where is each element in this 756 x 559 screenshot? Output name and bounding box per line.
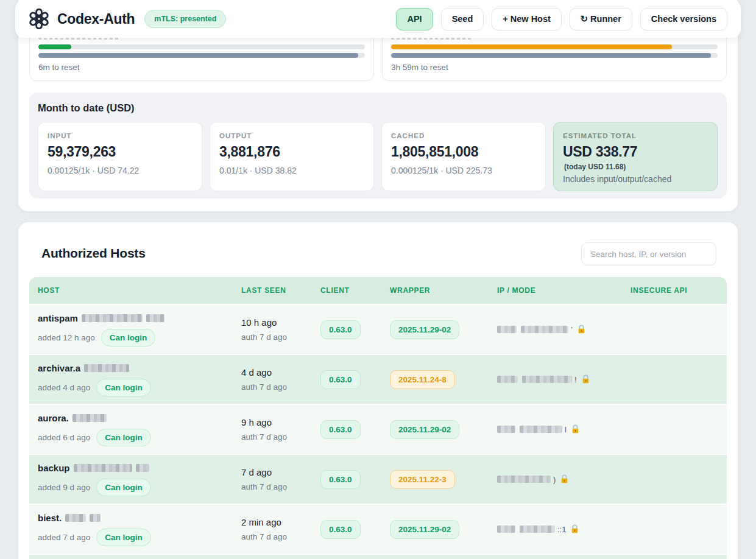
client-version-badge: 0.63.0 [320,470,361,489]
column-header-client: CLIENT [320,286,390,295]
host-cell: backupadded 9 d agoCan login [29,463,241,496]
hosts-table-header: HOSTLAST SEENCLIENTWRAPPERIP / MODEINSEC… [29,277,727,304]
stat-today-note: (today USD 11.68) [564,163,708,171]
redacted-host-segment [74,464,132,472]
usage-progress-track [38,44,365,49]
usage-secondary-fill [391,53,711,58]
table-row[interactable]: aurora.added 6 d agoCan login9 h agoauth… [29,405,727,454]
host-name: backup [38,463,241,473]
host-added-label: added 4 d ago [38,383,90,392]
host-added-label: added 12 h ago [38,333,95,342]
table-row[interactable]: archivar.aadded 4 d agoCan login4 d agoa… [29,355,727,404]
hosts-table: HOSTLAST SEENCLIENTWRAPPERIP / MODEINSEC… [29,277,727,559]
stat-subtext: 0.01/1k · USD 38.82 [219,166,364,175]
lock-icon [581,374,590,385]
stat-subtext: Includes input/output/cached [563,174,708,184]
header-button-api[interactable]: API [396,8,433,30]
refresh-icon: ↻ [581,14,590,24]
mtls-status-badge: mTLS: presented [144,10,226,28]
stat-value: 1,805,851,008 [391,144,536,160]
wrapper-cell: 2025.11.29-02 [390,320,497,339]
redacted-host-segment [65,514,86,522]
client-cell: 0.63.0 [320,520,390,539]
can-login-badge: Can login [96,529,151,546]
authorized-hosts-title: Authorized Hosts [41,246,146,261]
lock-icon [560,474,569,485]
stat-card-estimated-total: ESTIMATED TOTALUSD 338.77(today USD 11.6… [553,122,718,191]
wrapper-version-badge: 2025.11.24-8 [390,370,455,389]
header-button-check-versions[interactable]: Check versions [640,8,727,30]
openai-logo-icon [29,9,49,29]
redacted-host-segment [84,364,129,372]
ip-mode-cell: ) [497,474,631,485]
lock-icon [570,524,579,535]
host-added-label: added 7 d ago [38,533,90,542]
app-title: Codex-Auth [57,11,135,27]
redacted-host-segment [146,314,164,322]
host-name-prefix: aurora. [38,413,69,423]
table-row[interactable] [29,555,727,559]
can-login-badge: Can login [101,329,156,346]
stat-subtext: 0.000125/1k · USD 225.73 [391,166,536,175]
can-login-badge: Can login [96,479,151,496]
client-cell: 0.63.0 [320,320,390,339]
ip-trail-text: ) [553,475,556,484]
host-meta: added 4 d agoCan login [38,379,241,396]
header-button-seed[interactable]: Seed [441,8,484,30]
header-button-new-host[interactable]: + New Host [492,8,562,30]
last-seen-value: 4 d ago [241,367,320,378]
can-login-badge: Can login [96,379,151,396]
reset-countdown-label: 6m to reset [38,63,365,72]
last-seen-value: 2 min ago [241,517,320,527]
host-name: biest. [38,513,241,523]
month-to-date-panel: Month to date (USD) INPUT59,379,2630.001… [29,93,727,199]
redacted-ip-segment [520,526,555,533]
header-button-runner[interactable]: ↻ Runner [570,8,632,30]
client-version-badge: 0.63.0 [320,420,361,439]
host-name-prefix: antispam [38,313,78,323]
last-seen-cell: 10 h agoauth 7 d ago [241,317,320,342]
last-seen-value: 9 h ago [241,417,320,427]
last-seen-cell: 7 d agoauth 7 d ago [241,467,320,491]
stat-value: USD 338.77 [563,144,708,160]
table-row[interactable]: biest.added 7 d agoCan login2 min agoaut… [29,505,727,554]
ip-mode-cell: ::1 [497,524,631,535]
ip-trail-text: ::1 [557,525,566,534]
wrapper-cell: 2025.11.24-8 [390,370,497,389]
host-cell: aurora.added 6 d agoCan login [29,413,241,446]
redacted-ip-segment [522,376,572,383]
wrapper-version-badge: 2025.11.22-3 [390,470,455,489]
client-version-badge: 0.63.0 [320,370,361,389]
stat-value: 3,881,876 [219,144,364,160]
column-header-wrapper: WRAPPER [390,286,497,295]
search-input[interactable] [581,242,716,265]
redacted-host-segment [136,464,149,472]
host-meta: added 6 d agoCan login [38,429,241,446]
stat-label: INPUT [48,132,193,139]
host-name: antispam [38,313,241,323]
host-name: archivar.a [38,363,241,373]
ip-trail-text: ’ [571,325,573,334]
last-seen-cell: 4 d agoauth 7 d ago [241,367,320,392]
authorized-hosts-card: Authorized Hosts HOSTLAST SEENCLIENTWRAP… [18,222,738,559]
lock-icon [571,424,580,435]
wrapper-version-badge: 2025.11.29-02 [390,320,459,339]
usage-progress-fill [38,44,71,49]
host-name-prefix: archivar.a [38,363,80,373]
stat-label: OUTPUT [219,132,364,139]
ip-mode-cell: ’ [497,324,631,335]
host-added-label: added 6 d ago [38,433,90,442]
host-name: aurora. [38,413,241,423]
client-cell: 0.63.0 [320,370,390,389]
client-version-badge: 0.63.0 [320,520,361,539]
last-seen-cell: 2 min agoauth 7 d ago [241,517,320,541]
table-row[interactable]: antispamadded 12 h agoCan login10 h agoa… [29,305,727,354]
ip-mode-cell: ! [497,374,631,385]
wrapper-cell: 2025.11.22-3 [390,470,497,489]
table-row[interactable]: backupadded 9 d agoCan login7 d agoauth … [29,455,727,504]
column-header-ip-mode: IP / MODE [497,286,631,295]
redacted-ip-segment [520,426,562,433]
host-cell: antispamadded 12 h agoCan login [29,313,241,346]
usage-secondary-fill [38,53,358,58]
host-meta: added 12 h agoCan login [38,329,241,346]
